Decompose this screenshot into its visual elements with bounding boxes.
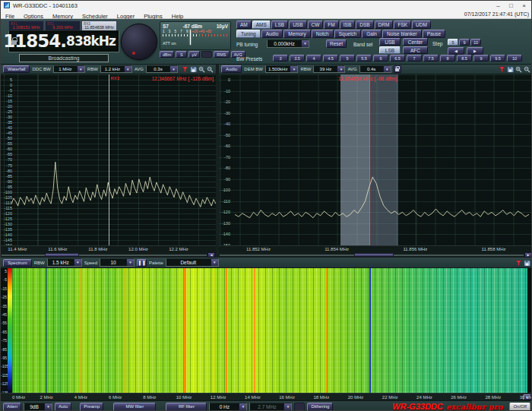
mode-udm-button[interactable]: UDM <box>412 21 431 29</box>
channel-avg-combo[interactable]: 0.4s▼ <box>359 65 391 73</box>
bw-preset-9.5-button[interactable]: 9.5 <box>490 55 505 62</box>
step-10-button[interactable]: 10 <box>470 39 481 46</box>
close-button[interactable]: × <box>518 2 530 9</box>
chevron-down-icon[interactable]: ▼ <box>44 403 52 410</box>
tab-gain[interactable]: Gain <box>362 30 382 38</box>
ddc-scroll-thumb[interactable] <box>45 253 79 257</box>
atten-button[interactable]: Atten <box>3 403 21 411</box>
mode-fm-button[interactable]: FM <box>324 21 338 29</box>
mode-drm-button[interactable]: DRM <box>375 21 394 29</box>
channel-scroll-thumb[interactable] <box>354 253 394 257</box>
bw-preset-7.5-button[interactable]: 7.5 <box>423 55 439 62</box>
chevron-down-icon[interactable]: ▼ <box>337 66 344 72</box>
chevron-down-icon[interactable]: ▼ <box>124 66 131 72</box>
chevron-down-icon[interactable]: ▼ <box>169 66 177 72</box>
rx-tab-rx2[interactable]: RX26.200 MHz <box>45 21 81 30</box>
chevron-down-icon[interactable]: ▼ <box>74 259 81 266</box>
waterfall-rbw-combo[interactable]: 1.5 kHz▼ <box>47 258 82 267</box>
audio-view-button[interactable]: Audio <box>221 65 242 73</box>
palette-combo[interactable]: Default ▼ <box>166 258 219 267</box>
step-up-button[interactable]: ▶ <box>467 47 483 55</box>
tab-notch[interactable]: Notch <box>312 30 334 38</box>
save-icon[interactable] <box>524 256 530 270</box>
bw-preset-6.5-button[interactable]: 6.5 <box>390 55 405 62</box>
chevron-down-icon[interactable]: ▼ <box>126 259 134 266</box>
chevron-down-icon[interactable]: ▼ <box>383 66 391 72</box>
channel-spectrum-plot[interactable]: 11.854859 MHz [ -98 dBm] 0-10-20-30-40-5… <box>219 74 532 245</box>
mode-lsb-button[interactable]: LSB <box>271 21 288 29</box>
chevron-down-icon[interactable]: ▼ <box>239 403 246 410</box>
bw-preset-6-button[interactable]: 6 <box>373 55 388 62</box>
reset-button[interactable]: Reset <box>326 40 347 48</box>
rf-high-combo[interactable]: 2.7 MHz ▼ <box>249 403 292 411</box>
bw-preset-3.5-button[interactable]: 3.5 <box>290 55 305 62</box>
chevron-down-icon[interactable]: ▼ <box>301 40 309 47</box>
mode-ams-button[interactable]: AMS <box>252 21 271 29</box>
spectrum-view-button[interactable]: Spectrum <box>3 259 32 267</box>
mode-dsb-button[interactable]: DSB <box>356 21 373 29</box>
tab-memory[interactable]: Memory <box>283 30 310 38</box>
tab-squelch[interactable]: Squelch <box>334 30 362 38</box>
tab-audio[interactable]: Audio <box>261 30 283 38</box>
bw-preset-9-button[interactable]: 9 <box>473 55 489 62</box>
ddc-ddc-bw-combo[interactable]: 1 MHz▼ <box>53 65 85 73</box>
pb-tuning-combo[interactable]: 0.000kHz ▼ <box>267 40 309 48</box>
chevron-down-icon[interactable]: ▼ <box>211 259 218 266</box>
step-9-button[interactable]: 9 <box>459 39 470 46</box>
meter-s-button[interactable]: S <box>176 51 187 58</box>
channel-rbw-combo[interactable]: 39 Hz▼ <box>313 65 345 73</box>
power-button[interactable]: On/Off <box>509 403 530 411</box>
band-sel-usb-button[interactable]: USB <box>379 38 401 46</box>
pause-button[interactable]: ❚❚ <box>137 259 147 267</box>
afc-button[interactable]: AFC <box>403 46 428 54</box>
step-5-button[interactable]: 5 <box>448 39 458 46</box>
minimize-button[interactable]: – <box>492 2 504 9</box>
rx-tab-rx1[interactable]: RX11.008151 MHz <box>8 21 44 30</box>
meter-rms-button[interactable]: RMS <box>214 51 229 58</box>
frequency-display[interactable]: 11854. 838 kHz <box>8 30 119 52</box>
bw-preset-10-button[interactable]: 10 <box>507 55 522 62</box>
chevron-down-icon[interactable]: ▼ <box>290 66 297 72</box>
tab-pause[interactable]: Pause <box>423 30 445 38</box>
channel-dem-bw-combo[interactable]: 1.500kHz▼ <box>265 65 298 73</box>
ddc-avg-combo[interactable]: 0.3s▼ <box>146 65 178 73</box>
meter-dbm-button[interactable]: dBm <box>160 51 174 58</box>
step-down-button[interactable]: ◀ <box>448 47 464 55</box>
mode-isb-button[interactable]: ISB <box>340 21 355 29</box>
rf-filter-button[interactable]: RF filter <box>166 403 207 411</box>
mode-usb-button[interactable]: USB <box>289 21 306 29</box>
rf-low-combo[interactable]: 0 Hz ▼ <box>209 403 247 411</box>
mode-fsk-button[interactable]: FSK <box>394 21 411 29</box>
bw-preset-5.5-button[interactable]: 5.5 <box>356 55 372 62</box>
center-button[interactable]: Center <box>403 38 428 46</box>
ddc-spectrum-plot[interactable]: RX3 12.346667 MHz [ -126 dBm] 50-5-10-15… <box>1 74 216 245</box>
bw-preset-5-button[interactable]: 5 <box>340 55 355 62</box>
preamp-button[interactable]: Preamp <box>80 403 103 411</box>
rx-tab-rx3[interactable]: RX311.854838 MHz <box>81 21 117 30</box>
waterfall-view-button[interactable]: Waterfall <box>3 65 30 73</box>
bw-preset-8-button[interactable]: 8 <box>440 55 455 62</box>
bw-preset-4.5-button[interactable]: 4.5 <box>323 55 338 62</box>
ddc-rbw-combo[interactable]: 1.2 kHz▼ <box>100 65 132 73</box>
filter-icon[interactable] <box>515 256 522 270</box>
ddc-scrollbar[interactable]: ◀ <box>1 252 216 258</box>
waterfall-display[interactable] <box>12 268 527 393</box>
mw-filter-button[interactable]: MW filter <box>113 403 156 411</box>
tab-tuning[interactable]: Tuning <box>236 30 261 38</box>
bw-preset-7-button[interactable]: 7 <box>407 55 422 62</box>
tab-noise-blanker[interactable]: Noise blanker <box>382 30 422 38</box>
bw-preset-8.5-button[interactable]: 8.5 <box>457 55 472 62</box>
dithering-button[interactable]: Dithering <box>307 403 333 411</box>
chevron-down-icon[interactable]: ▼ <box>283 403 291 410</box>
band-sel-lsb-button[interactable]: LSB <box>379 46 401 54</box>
tuning-knob[interactable] <box>121 24 157 60</box>
maximize-button[interactable]: □ <box>505 2 517 9</box>
bw-preset-4-button[interactable]: 4 <box>306 55 321 62</box>
bandwidth-lock-button[interactable] <box>394 65 401 73</box>
mode-am-button[interactable]: AM <box>236 21 252 29</box>
waterfall-speed-combo[interactable]: 10▼ <box>100 258 135 267</box>
atten-combo[interactable]: 9dB ▼ <box>24 403 52 411</box>
meter-µv-button[interactable]: µV <box>188 51 200 58</box>
chevron-down-icon[interactable]: ▼ <box>77 66 84 72</box>
auto-button[interactable]: Auto <box>55 403 71 411</box>
